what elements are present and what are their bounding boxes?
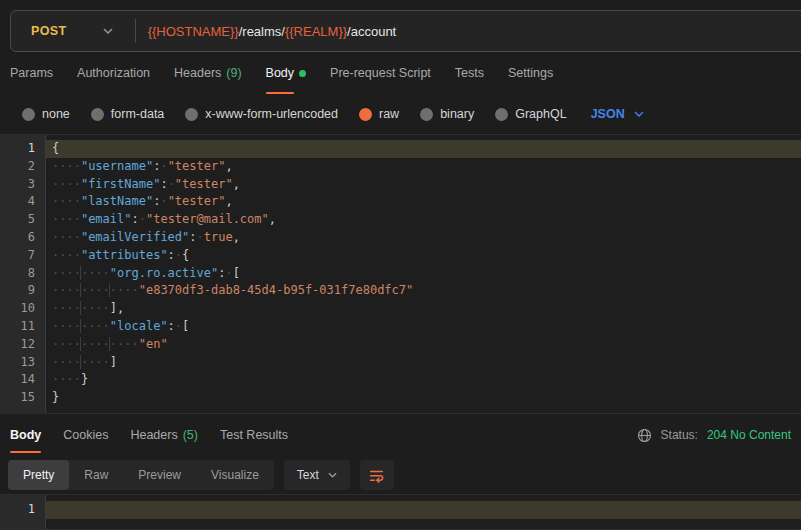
radio-icon [91, 108, 104, 121]
code-line: 11········"locale":·[ [0, 318, 801, 336]
url-variable-realm: {{REALM}} [285, 24, 347, 39]
radio-icon [22, 108, 35, 121]
chevron-down-icon [634, 111, 644, 117]
body-mode-none[interactable]: none [22, 107, 70, 121]
chevron-down-icon [328, 472, 337, 478]
code-line: 1{ [0, 140, 801, 158]
tab-pre-request-script[interactable]: Pre-request Script [330, 52, 431, 94]
language-label: JSON [591, 107, 625, 121]
body-mode-raw[interactable]: raw [359, 107, 399, 121]
request-url-bar: POST {{HOSTNAME}}/realms/{{REALM}}/accou… [10, 10, 801, 52]
headers-count-badge: (9) [226, 66, 241, 80]
radio-selected-icon [359, 108, 372, 121]
response-tab-cookies[interactable]: Cookies [63, 414, 108, 456]
line-number: 8 [0, 265, 46, 283]
code-line: 9············"e8370df3-dab8-45d4-b95f-03… [0, 282, 801, 300]
response-body-editor[interactable]: 1 [0, 494, 801, 530]
tab-body[interactable]: Body [266, 52, 307, 94]
text-wrap-icon [368, 467, 385, 484]
line-number: 5 [0, 211, 46, 229]
line-number: 10 [0, 300, 46, 318]
response-tab-test-results[interactable]: Test Results [220, 414, 288, 456]
code-line-content: ····"firstName":·"tester", [46, 176, 801, 194]
code-line-content: } [46, 389, 801, 407]
response-tab-body[interactable]: Body [10, 414, 41, 456]
code-line: 1 [0, 501, 801, 519]
line-number: 14 [0, 371, 46, 389]
view-pretty[interactable]: Pretty [8, 460, 69, 490]
line-number: 2 [0, 158, 46, 176]
code-line-content: ········], [46, 300, 801, 318]
format-label: Text [297, 468, 319, 482]
line-number: 1 [0, 140, 46, 158]
view-raw[interactable]: Raw [69, 460, 123, 490]
code-line-content: ············"e8370df3-dab8-45d4-b95f-031… [46, 282, 801, 300]
tab-params[interactable]: Params [10, 52, 53, 94]
radio-icon [420, 108, 433, 121]
code-line-content: ····"email":·"tester@mail.com", [46, 211, 801, 229]
line-number: 6 [0, 229, 46, 247]
tab-tests[interactable]: Tests [455, 52, 484, 94]
code-line-content: ····"lastName":·"tester", [46, 193, 801, 211]
code-line-content: { [46, 140, 801, 158]
code-line: 2····"username":·"tester", [0, 158, 801, 176]
code-line-content: ········"locale":·[ [46, 318, 801, 336]
body-mode-binary[interactable]: binary [420, 107, 474, 121]
code-line-content: ········"org.ro.active":·[ [46, 265, 801, 283]
url-input[interactable]: {{HOSTNAME}}/realms/{{REALM}}/account [136, 24, 397, 39]
url-path-segment: /realms/ [239, 24, 285, 39]
code-line-content: ····} [46, 371, 801, 389]
line-number: 12 [0, 336, 46, 354]
tab-authorization[interactable]: Authorization [77, 52, 150, 94]
response-status-area: Status: 204 No Content [637, 414, 791, 456]
line-number: 1 [0, 501, 46, 519]
body-mode-row: none form-data x-www-form-urlencoded raw… [0, 94, 801, 134]
wrap-text-button[interactable] [360, 460, 394, 490]
green-dot-icon [299, 70, 306, 77]
status-value: 204 No Content [707, 428, 791, 442]
view-preview[interactable]: Preview [123, 460, 196, 490]
response-headers-count-badge: (5) [183, 428, 198, 442]
method-label: POST [31, 24, 67, 38]
code-line-content: ····"emailVerified":·true, [46, 229, 801, 247]
code-line-content: ········] [46, 354, 801, 372]
response-view-row: Pretty Raw Preview Visualize Text [0, 456, 801, 494]
radio-icon [185, 108, 198, 121]
view-visualize[interactable]: Visualize [196, 460, 274, 490]
tab-headers[interactable]: Headers(9) [174, 52, 242, 94]
request-url-row: POST {{HOSTNAME}}/realms/{{REALM}}/accou… [0, 0, 801, 52]
request-body-editor[interactable]: 1{2····"username":·"tester",3····"firstN… [0, 134, 801, 414]
code-line: 13········] [0, 354, 801, 372]
body-mode-graphql[interactable]: GraphQL [495, 107, 566, 121]
code-line-content: ····"attributes":·{ [46, 247, 801, 265]
response-format-selector[interactable]: Text [284, 460, 350, 490]
line-number: 15 [0, 389, 46, 407]
url-path-segment: /account [347, 24, 396, 39]
line-number: 3 [0, 176, 46, 194]
code-line: 3····"firstName":·"tester", [0, 176, 801, 194]
body-mode-form-data[interactable]: form-data [91, 107, 165, 121]
code-line-content: ····"username":·"tester", [46, 158, 801, 176]
code-line: 7····"attributes":·{ [0, 247, 801, 265]
body-mode-x-www-form-urlencoded[interactable]: x-www-form-urlencoded [185, 107, 338, 121]
code-line: 15} [0, 389, 801, 407]
code-line: 6····"emailVerified":·true, [0, 229, 801, 247]
url-variable-hostname: {{HOSTNAME}} [148, 24, 239, 39]
response-tab-headers[interactable]: Headers(5) [130, 414, 198, 456]
code-line-content: ············"en" [46, 336, 801, 354]
code-line: 10········], [0, 300, 801, 318]
line-number: 7 [0, 247, 46, 265]
method-selector[interactable]: POST [11, 11, 135, 51]
line-number: 9 [0, 282, 46, 300]
language-selector[interactable]: JSON [591, 107, 644, 121]
request-tabs: Params Authorization Headers(9) Body Pre… [0, 52, 801, 94]
tab-settings[interactable]: Settings [508, 52, 553, 94]
code-line: 8········"org.ro.active":·[ [0, 265, 801, 283]
radio-icon [495, 108, 508, 121]
line-number: 11 [0, 318, 46, 336]
line-number: 13 [0, 354, 46, 372]
globe-icon[interactable] [637, 428, 652, 443]
status-label: Status: [661, 428, 698, 442]
code-line: 12············"en" [0, 336, 801, 354]
postman-app: POST {{HOSTNAME}}/realms/{{REALM}}/accou… [0, 0, 801, 530]
